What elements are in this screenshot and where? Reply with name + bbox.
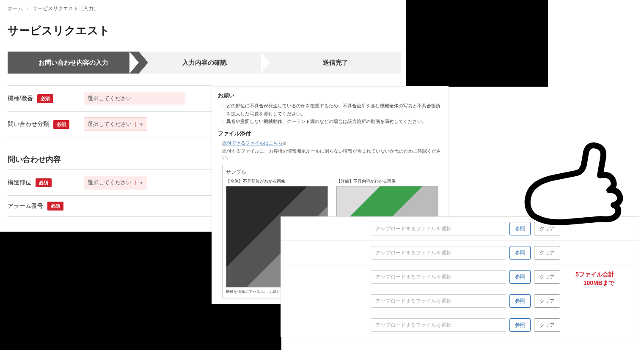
request-note: どの部位に不具合が発生しているのかを把握するため、不具合箇所を含む機械全体の写真…: [220, 102, 442, 118]
clear-button[interactable]: クリア: [534, 294, 560, 308]
step-input: お問い合わせ内容の入力: [8, 52, 139, 74]
required-badge: 必須: [37, 94, 53, 103]
upload-file-input[interactable]: アップロードするファイルを選択: [371, 294, 506, 308]
clear-button[interactable]: クリア: [534, 318, 560, 332]
clear-button[interactable]: クリア: [534, 270, 560, 284]
required-badge: 必須: [36, 178, 52, 187]
attach-note: 添付するファイルに、お客様の情報開示ルールに則らない情報が含まれていないか念のた…: [222, 148, 442, 161]
chevron-down-icon: ▼: [135, 180, 143, 185]
browse-button[interactable]: 参照: [509, 318, 531, 332]
row-model: 機種/機番 必須 選択してください: [8, 85, 212, 111]
request-heading: お願い: [218, 92, 442, 99]
category-select[interactable]: 選択してください ▼: [84, 118, 147, 131]
pointing-hand-icon: [516, 139, 626, 228]
request-note: 異音や意図しない機械動作、クーラント漏れなどの場合は該当箇所の動画を添付してくだ…: [220, 118, 442, 126]
redacted-region: [406, 0, 548, 87]
step-confirm: 入力内容の確認: [139, 52, 270, 74]
category-label: 問い合わせ分類: [8, 120, 49, 128]
part-select[interactable]: 選択してください ▼: [84, 176, 147, 189]
browse-button[interactable]: 参照: [509, 246, 531, 260]
row-alarm: アラーム番号 必須: [8, 195, 212, 217]
model-label: 機種/機番: [8, 95, 33, 102]
allowed-files-link[interactable]: 添付できるファイルはこちら: [222, 140, 283, 145]
upload-row: アップロードするファイルを選択 参照 クリア: [281, 289, 639, 313]
upload-file-input[interactable]: アップロードするファイルを選択: [371, 222, 506, 235]
clear-button[interactable]: クリア: [534, 246, 560, 260]
chevron-right-icon: ›: [27, 5, 28, 11]
upload-row: アップロードするファイルを選択 参照 クリア: [281, 313, 639, 337]
step-complete: 送信完了: [270, 52, 401, 74]
browse-button[interactable]: 参照: [509, 270, 531, 284]
upload-row: アップロードするファイルを選択 参照 クリア: [281, 241, 639, 265]
part-label: 構造部位: [8, 179, 31, 186]
browse-button[interactable]: 参照: [509, 294, 531, 308]
file-limit-note: 5ファイル合計 100MBまで: [575, 271, 614, 287]
chevron-down-icon: ▼: [135, 122, 143, 127]
required-badge: 必須: [53, 120, 69, 129]
required-badge: 必須: [47, 202, 63, 211]
row-part: 構造部位 必須 選択してください ▼: [8, 170, 212, 195]
breadcrumb-current: サービスリクエスト（入力）: [33, 5, 99, 11]
upload-file-input[interactable]: アップロードするファイルを選択: [371, 270, 506, 284]
attach-heading: ファイル添付: [218, 130, 442, 137]
upload-file-input[interactable]: アップロードするファイルを選択: [371, 318, 506, 332]
row-category: 問い合わせ分類 必須 選択してください ▼: [8, 111, 212, 137]
sample-detail-label: 【詳細】不具内容がわかる画像: [336, 178, 438, 184]
sample-overall-label: 【全体】不具部位がわかる画像: [226, 178, 328, 184]
model-select[interactable]: 選択してください: [84, 92, 185, 105]
upload-file-input[interactable]: アップロードするファイルを選択: [371, 246, 506, 260]
breadcrumb-home[interactable]: ホーム: [8, 5, 23, 11]
alarm-label: アラーム番号: [8, 202, 43, 210]
